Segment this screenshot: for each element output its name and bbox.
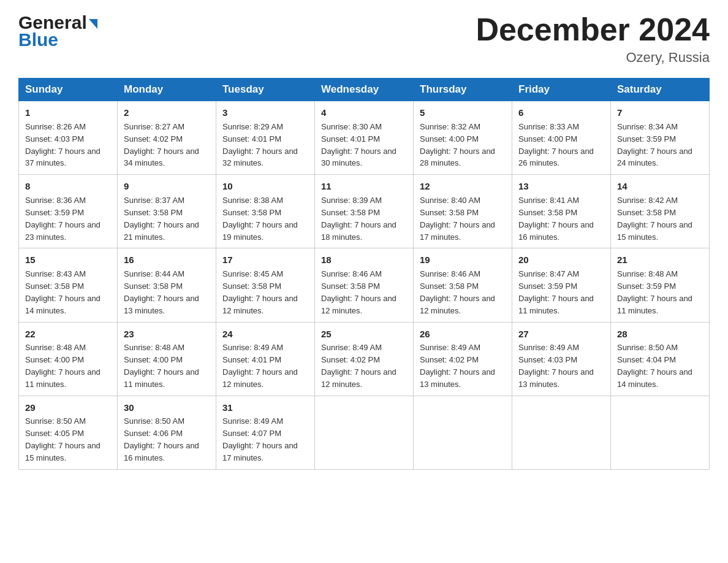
day-cell: 3Sunrise: 8:29 AMSunset: 4:01 PMDaylight…: [216, 101, 315, 175]
day-info: Sunrise: 8:47 AMSunset: 3:59 PMDaylight:…: [518, 269, 594, 315]
day-number: 6: [518, 106, 604, 120]
day-cell: 19Sunrise: 8:46 AMSunset: 3:58 PMDayligh…: [414, 248, 512, 322]
day-number: 20: [518, 253, 604, 267]
day-cell: [611, 396, 710, 469]
day-info: Sunrise: 8:43 AMSunset: 3:58 PMDaylight:…: [25, 269, 100, 315]
weekday-header-friday: Friday: [512, 79, 611, 101]
day-number: 10: [222, 180, 308, 193]
day-cell: 17Sunrise: 8:45 AMSunset: 3:58 PMDayligh…: [216, 248, 315, 322]
day-info: Sunrise: 8:36 AMSunset: 3:59 PMDaylight:…: [25, 196, 100, 242]
day-number: 18: [321, 253, 407, 267]
day-cell: 26Sunrise: 8:49 AMSunset: 4:02 PMDayligh…: [414, 322, 512, 396]
location: Ozery, Russia: [476, 50, 710, 66]
day-number: 28: [617, 327, 703, 341]
day-number: 9: [124, 180, 210, 193]
day-info: Sunrise: 8:48 AMSunset: 4:00 PMDaylight:…: [25, 343, 100, 389]
day-info: Sunrise: 8:37 AMSunset: 3:58 PMDaylight:…: [124, 196, 199, 242]
day-cell: 15Sunrise: 8:43 AMSunset: 3:58 PMDayligh…: [19, 248, 118, 322]
day-info: Sunrise: 8:50 AMSunset: 4:04 PMDaylight:…: [617, 343, 692, 389]
day-number: 12: [420, 180, 506, 193]
day-number: 26: [420, 327, 506, 341]
day-cell: [512, 396, 611, 469]
day-number: 31: [222, 401, 308, 415]
day-info: Sunrise: 8:48 AMSunset: 4:00 PMDaylight:…: [124, 343, 199, 389]
weekday-header-monday: Monday: [118, 79, 216, 101]
page-header: General Blue December 2024 Ozery, Russia: [18, 12, 710, 66]
day-info: Sunrise: 8:49 AMSunset: 4:01 PMDaylight:…: [222, 343, 298, 389]
day-info: Sunrise: 8:50 AMSunset: 4:06 PMDaylight:…: [124, 416, 199, 462]
day-cell: 11Sunrise: 8:39 AMSunset: 3:58 PMDayligh…: [315, 175, 414, 248]
day-info: Sunrise: 8:33 AMSunset: 4:00 PMDaylight:…: [518, 122, 594, 168]
day-info: Sunrise: 8:42 AMSunset: 3:58 PMDaylight:…: [617, 196, 692, 242]
day-cell: 30Sunrise: 8:50 AMSunset: 4:06 PMDayligh…: [118, 396, 216, 469]
day-info: Sunrise: 8:29 AMSunset: 4:01 PMDaylight:…: [222, 122, 298, 168]
day-number: 19: [420, 253, 506, 267]
day-number: 22: [25, 327, 111, 341]
day-number: 4: [321, 106, 407, 120]
day-info: Sunrise: 8:34 AMSunset: 3:59 PMDaylight:…: [617, 122, 692, 168]
day-cell: 31Sunrise: 8:49 AMSunset: 4:07 PMDayligh…: [216, 396, 315, 469]
week-row-5: 29Sunrise: 8:50 AMSunset: 4:05 PMDayligh…: [19, 396, 710, 469]
day-number: 1: [25, 106, 111, 120]
day-number: 24: [222, 327, 308, 341]
day-number: 11: [321, 180, 407, 193]
day-info: Sunrise: 8:49 AMSunset: 4:07 PMDaylight:…: [222, 416, 298, 462]
day-cell: [414, 396, 512, 469]
day-cell: 7Sunrise: 8:34 AMSunset: 3:59 PMDaylight…: [611, 101, 710, 175]
day-number: 5: [420, 106, 506, 120]
day-info: Sunrise: 8:49 AMSunset: 4:03 PMDaylight:…: [518, 343, 594, 389]
day-number: 15: [25, 253, 111, 267]
day-number: 2: [124, 106, 210, 120]
day-cell: 8Sunrise: 8:36 AMSunset: 3:59 PMDaylight…: [19, 175, 118, 248]
day-number: 3: [222, 106, 308, 120]
day-cell: 10Sunrise: 8:38 AMSunset: 3:58 PMDayligh…: [216, 175, 315, 248]
day-info: Sunrise: 8:26 AMSunset: 4:03 PMDaylight:…: [25, 122, 100, 168]
day-cell: 16Sunrise: 8:44 AMSunset: 3:58 PMDayligh…: [118, 248, 216, 322]
day-cell: 21Sunrise: 8:48 AMSunset: 3:59 PMDayligh…: [611, 248, 710, 322]
title-area: December 2024 Ozery, Russia: [476, 12, 710, 66]
day-number: 8: [25, 180, 111, 193]
day-cell: 20Sunrise: 8:47 AMSunset: 3:59 PMDayligh…: [512, 248, 611, 322]
week-row-4: 22Sunrise: 8:48 AMSunset: 4:00 PMDayligh…: [19, 322, 710, 396]
day-info: Sunrise: 8:39 AMSunset: 3:58 PMDaylight:…: [321, 196, 396, 242]
weekday-header-thursday: Thursday: [414, 79, 512, 101]
weekday-header-row: SundayMondayTuesdayWednesdayThursdayFrid…: [19, 79, 710, 101]
day-info: Sunrise: 8:46 AMSunset: 3:58 PMDaylight:…: [420, 269, 495, 315]
day-info: Sunrise: 8:45 AMSunset: 3:58 PMDaylight:…: [222, 269, 298, 315]
day-cell: 6Sunrise: 8:33 AMSunset: 4:00 PMDaylight…: [512, 101, 611, 175]
day-cell: 12Sunrise: 8:40 AMSunset: 3:58 PMDayligh…: [414, 175, 512, 248]
logo-blue: Blue: [18, 29, 58, 50]
weekday-header-saturday: Saturday: [611, 79, 710, 101]
day-number: 25: [321, 327, 407, 341]
week-row-1: 1Sunrise: 8:26 AMSunset: 4:03 PMDaylight…: [19, 101, 710, 175]
day-number: 14: [617, 180, 703, 193]
day-cell: 1Sunrise: 8:26 AMSunset: 4:03 PMDaylight…: [19, 101, 118, 175]
logo-arrow-icon: [89, 19, 97, 29]
month-title: December 2024: [476, 12, 710, 47]
day-cell: 25Sunrise: 8:49 AMSunset: 4:02 PMDayligh…: [315, 322, 414, 396]
day-info: Sunrise: 8:38 AMSunset: 3:58 PMDaylight:…: [222, 196, 298, 242]
day-cell: 2Sunrise: 8:27 AMSunset: 4:02 PMDaylight…: [118, 101, 216, 175]
day-number: 27: [518, 327, 604, 341]
day-cell: 27Sunrise: 8:49 AMSunset: 4:03 PMDayligh…: [512, 322, 611, 396]
day-info: Sunrise: 8:48 AMSunset: 3:59 PMDaylight:…: [617, 269, 692, 315]
day-info: Sunrise: 8:46 AMSunset: 3:58 PMDaylight:…: [321, 269, 396, 315]
day-info: Sunrise: 8:32 AMSunset: 4:00 PMDaylight:…: [420, 122, 495, 168]
day-number: 29: [25, 401, 111, 415]
day-number: 17: [222, 253, 308, 267]
day-cell: [315, 396, 414, 469]
day-cell: 4Sunrise: 8:30 AMSunset: 4:01 PMDaylight…: [315, 101, 414, 175]
day-cell: 24Sunrise: 8:49 AMSunset: 4:01 PMDayligh…: [216, 322, 315, 396]
day-number: 30: [124, 401, 210, 415]
week-row-2: 8Sunrise: 8:36 AMSunset: 3:59 PMDaylight…: [19, 175, 710, 248]
day-cell: 29Sunrise: 8:50 AMSunset: 4:05 PMDayligh…: [19, 396, 118, 469]
day-info: Sunrise: 8:49 AMSunset: 4:02 PMDaylight:…: [321, 343, 396, 389]
day-number: 7: [617, 106, 703, 120]
day-number: 13: [518, 180, 604, 193]
day-number: 23: [124, 327, 210, 341]
logo: General Blue: [18, 12, 97, 50]
day-cell: 13Sunrise: 8:41 AMSunset: 3:58 PMDayligh…: [512, 175, 611, 248]
weekday-header-wednesday: Wednesday: [315, 79, 414, 101]
day-info: Sunrise: 8:41 AMSunset: 3:58 PMDaylight:…: [518, 196, 594, 242]
day-number: 16: [124, 253, 210, 267]
